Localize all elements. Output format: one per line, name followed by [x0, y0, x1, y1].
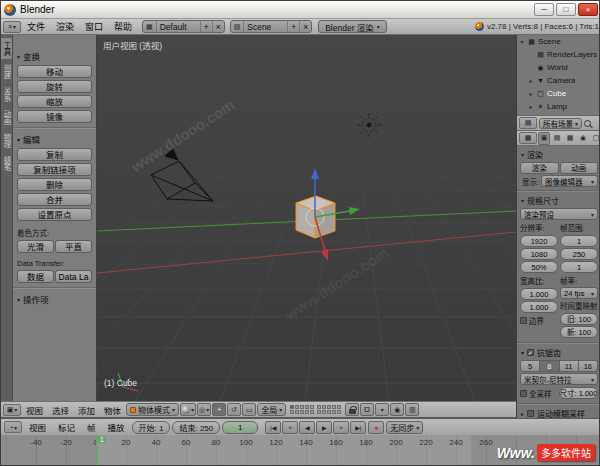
viewport-shading-dropdown[interactable]: ▾	[180, 403, 196, 416]
manipulator-translate-toggle[interactable]: +	[212, 403, 226, 416]
add-layout-button[interactable]: +	[200, 21, 212, 32]
auto-keyframe-button[interactable]: ●	[368, 421, 384, 434]
panel-header-motion-blur[interactable]: ▸运动模糊采样	[517, 406, 600, 418]
next-keyframe-button[interactable]: »	[333, 421, 349, 434]
manipulator-scale-toggle[interactable]: ▭	[242, 403, 256, 416]
opengl-render-anim-button[interactable]: ▥	[405, 403, 419, 416]
resolution-percent-field[interactable]: 50%	[520, 261, 558, 273]
tab-animation[interactable]: 动画	[1, 107, 12, 128]
tab-render-layers[interactable]: ▤	[551, 132, 563, 145]
frame-end-field[interactable]: 结束: 250	[172, 421, 220, 434]
tab-scene[interactable]: ▦	[564, 132, 576, 145]
menu-object[interactable]: 物体	[100, 404, 125, 416]
outliner-item-renderlayers[interactable]: ▤ RenderLayers	[517, 48, 600, 61]
frame-start-field[interactable]: 开始: 1	[132, 421, 171, 434]
menu-view[interactable]: 视图	[22, 404, 47, 416]
mode-dropdown[interactable]: 物体模式 ▾	[126, 403, 179, 416]
editor-type-button[interactable]: ▤	[519, 117, 537, 129]
scene-selector[interactable]: ▧ Scene + ×	[230, 20, 313, 33]
shade-flat-button[interactable]: 平直	[55, 240, 92, 253]
tab-relations[interactable]: 关系	[1, 84, 12, 105]
expander-icon[interactable]: ▾	[519, 38, 525, 45]
editor-type-button[interactable]: ≡▾	[3, 21, 21, 33]
tab-world[interactable]: ◉	[577, 132, 589, 145]
play-reverse-button[interactable]: ◀	[299, 421, 315, 434]
menu-marker[interactable]: 标记	[53, 421, 80, 433]
menu-render[interactable]: 渲染	[51, 20, 79, 33]
snap-toggle[interactable]: Ω	[360, 403, 374, 416]
end-frame-field[interactable]: 250	[560, 248, 598, 260]
resolution-y-field[interactable]: 1080	[520, 248, 558, 260]
data-layout-button[interactable]: Data La	[55, 270, 92, 283]
panel-header-transform[interactable]: ▾变换	[13, 48, 96, 63]
render-button[interactable]: 渲染	[520, 162, 559, 174]
outliner-item-camera[interactable]: ▸ ▼ Camera	[517, 74, 600, 87]
checkbox-icon[interactable]	[527, 410, 534, 417]
tab-tools[interactable]: 工具	[1, 38, 12, 59]
outliner-item-world[interactable]: ◉ World	[517, 61, 600, 74]
menu-window[interactable]: 窗口	[80, 20, 108, 33]
layers-widget[interactable]	[290, 405, 341, 414]
jump-to-start-button[interactable]: |◀	[265, 421, 281, 434]
display-dropdown[interactable]: 图像编辑器▾	[541, 175, 598, 187]
aa-samples-5[interactable]: 5	[520, 360, 540, 372]
editor-type-button[interactable]: ◔▾	[4, 421, 22, 433]
expander-icon[interactable]: ▸	[528, 90, 534, 97]
border-checkbox[interactable]: 边界	[520, 314, 558, 327]
menu-select[interactable]: 选择	[48, 404, 73, 416]
aa-size-field[interactable]: 尺寸: 1.000	[559, 387, 599, 399]
minimize-button[interactable]: ─	[534, 3, 554, 16]
tab-render[interactable]: ▣	[538, 132, 550, 145]
add-scene-button[interactable]: +	[287, 21, 299, 32]
aspect-x-field[interactable]: 1.000	[520, 288, 558, 300]
frame-step-field[interactable]: 1	[560, 261, 598, 273]
tab-object[interactable]: ▢	[590, 132, 600, 145]
outliner-item-scene[interactable]: ▾ ▦ Scene	[517, 35, 600, 48]
duplicate-linked-button[interactable]: 复制链接项	[17, 163, 92, 176]
lamp-object[interactable]	[357, 113, 381, 137]
aa-samples-8[interactable]: 8	[540, 360, 559, 372]
editor-type-button[interactable]: ▣▾	[3, 404, 21, 416]
outliner-item-cube[interactable]: ▸ ▢ Cube	[517, 87, 600, 100]
set-origin-button[interactable]: 设置原点	[17, 208, 92, 221]
menu-view[interactable]: 视图	[24, 421, 51, 433]
checkbox-checked-icon[interactable]: ✓	[527, 349, 534, 356]
maximize-button[interactable]: □	[556, 3, 576, 16]
remap-new-field[interactable]: 新: 100	[560, 326, 598, 338]
camera-object[interactable]	[151, 149, 213, 201]
remove-layout-button[interactable]: ×	[212, 21, 224, 32]
pivot-dropdown[interactable]: ◎▾	[197, 403, 211, 416]
aa-filter-dropdown[interactable]: 米契尔-尼特拉▾	[520, 373, 598, 385]
current-frame-field[interactable]: 1	[222, 421, 258, 434]
search-icon[interactable]	[584, 120, 591, 127]
viewport-3d[interactable]: 用户视图 (透视) (1) Cube www.ddooo.com www.ddo…	[97, 35, 516, 401]
shade-smooth-button[interactable]: 光滑	[17, 240, 54, 253]
aa-samples-11[interactable]: 11	[560, 360, 579, 372]
render-animation-button[interactable]: 动画	[560, 162, 599, 174]
duplicate-button[interactable]: 复制	[17, 148, 92, 161]
menu-playback[interactable]: 播放	[103, 421, 130, 433]
tab-create[interactable]: 创建	[1, 61, 12, 82]
tab-grease-pencil[interactable]: 蜡笔	[1, 153, 12, 174]
prev-keyframe-button[interactable]: «	[282, 421, 298, 434]
panel-header-operator[interactable]: ▾操作项	[13, 291, 96, 306]
scene-lock-toggle[interactable]	[345, 403, 359, 416]
orientation-dropdown[interactable]: 全局▾	[257, 403, 286, 416]
playhead[interactable]: 1	[96, 435, 98, 466]
expander-icon[interactable]: ▸	[528, 103, 534, 110]
sync-mode-dropdown[interactable]: 无同步▾	[386, 421, 423, 434]
full-sample-checkbox[interactable]: 全采样	[520, 387, 558, 400]
start-frame-field[interactable]: 1	[560, 235, 598, 247]
scale-button[interactable]: 缩放	[17, 95, 92, 108]
translate-button[interactable]: 移动	[17, 65, 92, 78]
menu-frame[interactable]: 帧	[82, 421, 101, 433]
remove-scene-button[interactable]: ×	[299, 21, 311, 32]
menu-add[interactable]: 添加	[74, 404, 99, 416]
titlebar[interactable]: Blender ─ □ ×	[1, 1, 600, 19]
remap-old-field[interactable]: 旧: 100	[560, 313, 598, 325]
close-button[interactable]: ×	[578, 3, 598, 16]
panel-header-dimensions[interactable]: ▾规格尺寸	[517, 193, 600, 207]
viewport-canvas[interactable]	[97, 35, 516, 401]
display-mode-dropdown[interactable]: 所有场景▾	[539, 118, 582, 129]
play-button[interactable]: ▶	[316, 421, 332, 434]
